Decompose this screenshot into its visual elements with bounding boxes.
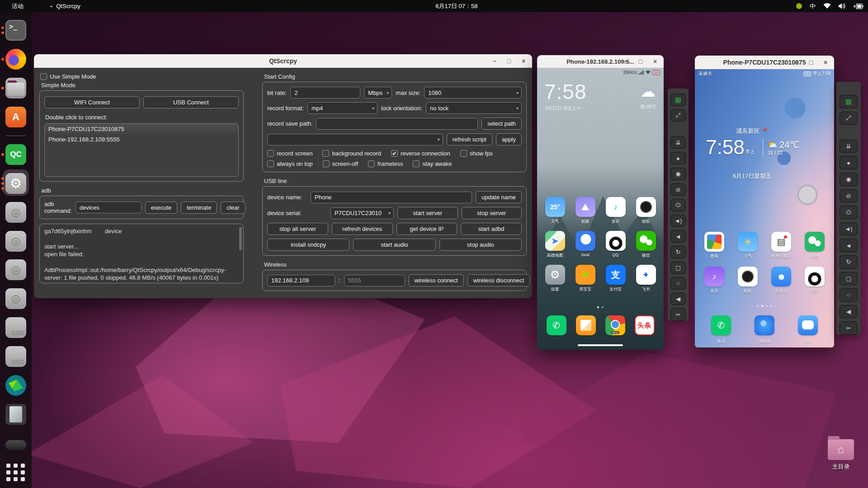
- device-list-item[interactable]: Phone-P7CDU17C23010875: [45, 124, 238, 134]
- checkbox-box[interactable]: [413, 160, 420, 167]
- stop-audio-button[interactable]: stop audio: [439, 239, 522, 251]
- fullscreen-icon[interactable]: ⤢: [840, 112, 858, 125]
- group-control-icon[interactable]: ▦: [670, 94, 686, 106]
- app-icon-微信[interactable]: [636, 231, 656, 251]
- maximize-button[interactable]: □: [637, 58, 645, 65]
- checkbox-box[interactable]: [368, 160, 375, 167]
- dock-item-disk-2[interactable]: ◎: [0, 228, 32, 254]
- option-checkbox-record-screen[interactable]: record screen: [267, 150, 312, 157]
- fullscreen-icon[interactable]: ⤢: [670, 109, 686, 122]
- phone2-titlebar[interactable]: Phone-P7CDU17C23010875 – □ ×: [695, 56, 834, 69]
- bit-rate-unit-select[interactable]: Mbps▾: [364, 87, 392, 99]
- rotate-icon[interactable]: ↻: [840, 255, 858, 269]
- option-checkbox-frameless[interactable]: frameless: [368, 160, 403, 167]
- back-icon[interactable]: ◀: [670, 293, 686, 305]
- install-sndcpy-button[interactable]: install sndcpy: [267, 239, 349, 251]
- messages-app-icon[interactable]: [798, 315, 818, 335]
- stop-server-button[interactable]: stop server: [462, 207, 522, 219]
- app-icon-相册[interactable]: ⛰: [576, 197, 595, 217]
- app-icon-QQ[interactable]: [805, 267, 825, 286]
- app-图库[interactable]: 图库: [700, 232, 728, 259]
- system-tray[interactable]: 中: [796, 2, 863, 10]
- dock-item-ssd-2[interactable]: SSD: [0, 343, 32, 370]
- update-name-button[interactable]: update name: [476, 191, 522, 203]
- option-checkbox-show-fps[interactable]: show fps: [460, 150, 493, 157]
- phone2-screen[interactable]: 未插卡 50 早上7:58 浦东新区 📍 7:58 早上 ⛅24℃ 31 / 2…: [695, 69, 834, 347]
- phone-call-app-icon[interactable]: ✆: [547, 315, 566, 335]
- dock-item-drive-pill[interactable]: [0, 430, 32, 456]
- app-icon-天气[interactable]: 25°: [545, 197, 565, 217]
- close-button[interactable]: ×: [519, 57, 528, 65]
- checkbox-box[interactable]: [322, 150, 329, 157]
- start-server-button[interactable]: start server: [397, 207, 458, 219]
- phone-call-app-icon[interactable]: ✆: [711, 315, 731, 335]
- app-设置[interactable]: ⚙设置: [541, 265, 569, 292]
- app-icon-相机[interactable]: [636, 197, 656, 217]
- option-checkbox-stay-awake[interactable]: stay awake: [413, 160, 452, 167]
- volume-down-icon[interactable]: ◄: [840, 239, 858, 252]
- adb-command-input[interactable]: [75, 202, 142, 213]
- eye-closed-icon[interactable]: ⊘: [670, 183, 686, 196]
- qtscrcpy-titlebar[interactable]: QtScrcpy – □ ×: [34, 54, 532, 68]
- device-serial-select[interactable]: P7CDU17C23010▾: [330, 207, 394, 219]
- app-支付宝[interactable]: 支支付宝: [602, 265, 630, 292]
- device-list-item[interactable]: Phone-192.168.2.109:5555: [45, 134, 238, 145]
- volume-down-icon[interactable]: ◄: [670, 230, 686, 243]
- screen-toggle-icon[interactable]: ●: [840, 156, 858, 169]
- app-QQ[interactable]: QQ: [801, 267, 829, 294]
- screenshot-icon[interactable]: ✂: [670, 308, 686, 321]
- dock-item-qtcreator[interactable]: QC: [0, 141, 32, 168]
- app-相机[interactable]: 相机: [734, 267, 762, 294]
- folder-icon[interactable]: ⌂: [828, 439, 854, 460]
- app-飞书[interactable]: ✦飞书: [632, 265, 660, 292]
- record-save-path-input[interactable]: [316, 118, 478, 130]
- volume-up-icon[interactable]: ◄): [670, 215, 686, 227]
- checkbox-box[interactable]: [267, 150, 274, 157]
- app-icon-微信[interactable]: [805, 232, 825, 252]
- checkbox-box[interactable]: [460, 150, 467, 157]
- eye-open-icon[interactable]: ◉: [840, 173, 858, 186]
- phone1-titlebar[interactable]: Phone-192.168.2.109:5... – □ ×: [537, 55, 664, 68]
- app-微信[interactable]: 微信: [632, 231, 660, 258]
- clear-button[interactable]: clear: [221, 202, 245, 214]
- app-switch-icon[interactable]: ▢: [670, 262, 686, 274]
- app-天气[interactable]: 25°天气: [541, 197, 569, 225]
- clock[interactable]: 6月17日 07：58: [435, 2, 477, 10]
- option-checkbox-reverse-connection[interactable]: ✔reverse connection: [391, 150, 450, 157]
- toutiao-app-icon[interactable]: 头条: [635, 315, 655, 335]
- volume-up-icon[interactable]: ◄): [840, 222, 858, 236]
- home-icon[interactable]: ○: [840, 288, 858, 302]
- group-control-icon[interactable]: ▦: [840, 95, 858, 108]
- wireless-ip-input[interactable]: [267, 275, 335, 286]
- app-icon-Seal[interactable]: [576, 231, 595, 251]
- bit-rate-input[interactable]: [290, 87, 360, 99]
- execute-button[interactable]: execute: [145, 202, 178, 214]
- app-icon-天气[interactable]: ☀: [738, 232, 758, 252]
- phone-call-app[interactable]: ✆电话: [707, 315, 735, 344]
- device-list[interactable]: Phone-P7CDU17C23010875Phone-192.168.2.10…: [44, 123, 239, 177]
- dock-item-ubuntu-software[interactable]: A: [0, 104, 32, 130]
- stop-all-server-button[interactable]: stop all server: [267, 223, 328, 235]
- app-相册[interactable]: ⛰相册: [571, 197, 599, 225]
- app-icon-支付宝[interactable]: 支: [606, 265, 626, 285]
- apply-button[interactable]: apply: [496, 133, 522, 145]
- dock-item-disk-4[interactable]: ◎: [0, 286, 32, 312]
- screen-toggle-icon[interactable]: ●: [670, 152, 686, 164]
- android-icon[interactable]: [796, 3, 802, 9]
- app-联系人[interactable]: ☻联系人: [767, 267, 795, 294]
- terminate-button[interactable]: terminate: [181, 202, 217, 214]
- dock-item-disk-1[interactable]: ◎: [0, 199, 32, 225]
- option-checkbox-always-on-top[interactable]: always on top: [267, 160, 313, 167]
- browser-app[interactable]: 浏览器: [750, 315, 778, 344]
- phone1-screen[interactable]: 396K/s 10 7:58 6月17日 周五上午 ☁ 阴 25°C 25°天气…: [537, 68, 664, 350]
- wireless-connect-button[interactable]: wireless connect: [409, 274, 464, 286]
- app-亲宝宝[interactable]: ☘亲宝宝: [571, 265, 599, 292]
- dock-item-files[interactable]: [0, 75, 32, 101]
- dock-item-ssd-1[interactable]: SSD: [0, 314, 32, 341]
- lock-orientation-select[interactable]: no lock▾: [426, 102, 522, 114]
- app-Seal[interactable]: Seal: [571, 231, 599, 258]
- app-icon-图库[interactable]: [704, 232, 724, 252]
- app-微信[interactable]: 微信: [801, 232, 829, 259]
- refresh-devices-button[interactable]: refresh devices: [332, 223, 393, 235]
- app-天气[interactable]: ☀天气: [734, 232, 762, 259]
